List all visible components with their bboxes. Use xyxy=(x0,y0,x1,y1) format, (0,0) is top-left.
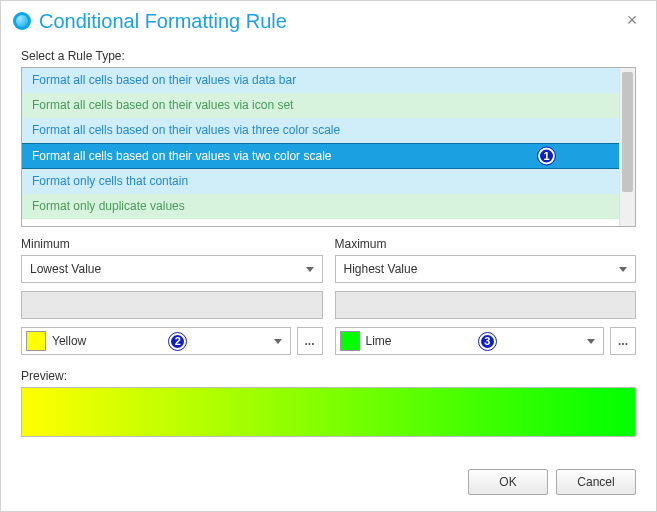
rule-type-item-label: Format all cells based on their values v… xyxy=(32,98,293,112)
maximum-type-value: Highest Value xyxy=(344,262,418,276)
cancel-button[interactable]: Cancel xyxy=(556,469,636,495)
callout-badge-3: 3 xyxy=(479,333,496,350)
minimum-color-more-button[interactable]: ... xyxy=(297,327,323,355)
rule-type-item[interactable]: Format all cells based on their values v… xyxy=(22,93,619,118)
app-icon xyxy=(13,12,31,30)
dialog-content: Select a Rule Type: Format all cells bas… xyxy=(1,37,656,469)
callout-badge-2: 2 xyxy=(169,333,186,350)
rule-type-item-selected[interactable]: Format all cells based on their values v… xyxy=(22,143,619,169)
rule-type-label: Select a Rule Type: xyxy=(21,49,636,63)
rule-type-item-label: Format only duplicate values xyxy=(32,199,185,213)
minimum-type-select[interactable]: Lowest Value xyxy=(21,255,323,283)
maximum-type-select[interactable]: Highest Value xyxy=(335,255,637,283)
minimum-color-select[interactable]: Yellow 2 xyxy=(21,327,291,355)
rule-type-item[interactable]: Format all cells based on their values v… xyxy=(22,118,619,143)
minimum-value-input xyxy=(21,291,323,319)
rule-type-item-label: Format all cells based on their values v… xyxy=(32,123,340,137)
rule-type-item-label: Format all cells based on their values v… xyxy=(32,73,296,87)
maximum-color-select[interactable]: Lime 3 xyxy=(335,327,605,355)
minimum-type-value: Lowest Value xyxy=(30,262,101,276)
dialog-window: Conditional Formatting Rule × Select a R… xyxy=(0,0,657,512)
titlebar: Conditional Formatting Rule × xyxy=(1,1,656,37)
ok-button[interactable]: OK xyxy=(468,469,548,495)
rule-type-list-items: Format all cells based on their values v… xyxy=(22,68,619,226)
preview-label: Preview: xyxy=(21,369,636,383)
maximum-color-swatch xyxy=(340,331,360,351)
minimum-color-name: Yellow xyxy=(52,334,86,348)
maximum-color-name: Lime xyxy=(366,334,392,348)
chevron-down-icon xyxy=(587,339,595,344)
ellipsis-icon: ... xyxy=(618,334,628,348)
chevron-down-icon xyxy=(306,267,314,272)
rule-type-item-label: Format all cells based on their values v… xyxy=(32,149,331,163)
maximum-color-more-button[interactable]: ... xyxy=(610,327,636,355)
callout-badge-1: 1 xyxy=(538,148,555,165)
rule-type-item[interactable]: Format only cells that contain xyxy=(22,169,619,194)
scrollbar-thumb[interactable] xyxy=(622,72,633,192)
maximum-label: Maximum xyxy=(335,237,637,251)
chevron-down-icon xyxy=(274,339,282,344)
minimum-label: Minimum xyxy=(21,237,323,251)
rule-type-item[interactable]: Format only duplicate values xyxy=(22,194,619,219)
maximum-value-input xyxy=(335,291,637,319)
rule-type-item[interactable]: Format all cells based on their values v… xyxy=(22,68,619,93)
ellipsis-icon: ... xyxy=(304,334,314,348)
chevron-down-icon xyxy=(619,267,627,272)
rule-list-scrollbar[interactable] xyxy=(619,68,635,226)
minimum-color-swatch xyxy=(26,331,46,351)
close-button[interactable]: × xyxy=(620,9,644,33)
dialog-title: Conditional Formatting Rule xyxy=(39,10,612,33)
dialog-footer: OK Cancel xyxy=(1,469,656,511)
preview-gradient xyxy=(21,387,636,437)
rule-type-item-label: Format only cells that contain xyxy=(32,174,188,188)
rule-type-list: Format all cells based on their values v… xyxy=(21,67,636,227)
